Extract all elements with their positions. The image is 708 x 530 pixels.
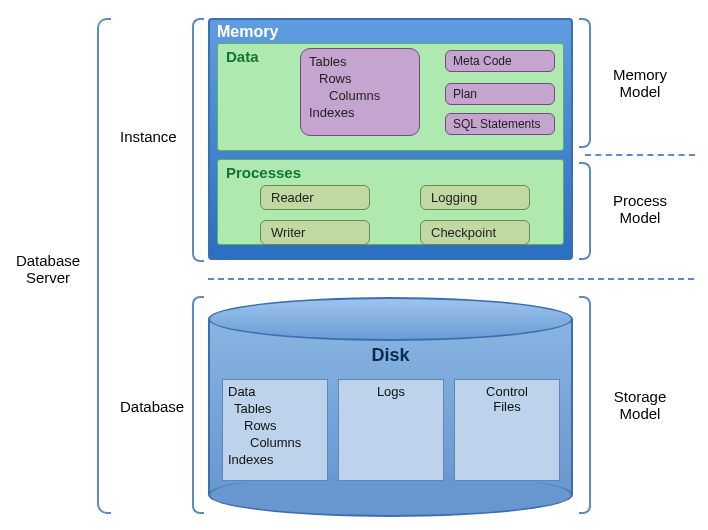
label-memory-model: Memory Model bbox=[600, 66, 680, 100]
tables-l3: Columns bbox=[309, 88, 411, 105]
tables-box: Tables Rows Columns Indexes bbox=[300, 48, 420, 136]
writer-box: Writer bbox=[260, 220, 370, 245]
label-database: Database bbox=[120, 398, 184, 415]
disk-data-l2: Tables bbox=[228, 401, 322, 418]
disk-data-l5: Indexes bbox=[228, 452, 322, 469]
memory-title: Memory bbox=[217, 23, 564, 41]
meta-code-box: Meta Code bbox=[445, 50, 555, 72]
logging-box: Logging bbox=[420, 185, 530, 210]
bracket-database bbox=[192, 296, 204, 514]
processes-title: Processes bbox=[226, 164, 555, 181]
disk-control-panel: Control Files bbox=[454, 379, 560, 481]
disk-title: Disk bbox=[208, 345, 573, 366]
disk-data-l4: Columns bbox=[228, 435, 322, 452]
bracket-storage-model bbox=[579, 296, 591, 514]
disk-top bbox=[208, 297, 573, 341]
disk-logs-panel: Logs bbox=[338, 379, 444, 481]
bracket-server bbox=[97, 18, 111, 514]
disk-block: Disk Data Tables Rows Columns Indexes Lo… bbox=[208, 297, 573, 513]
bracket-memory-model bbox=[579, 18, 591, 148]
label-instance: Instance bbox=[120, 128, 177, 145]
dash-sep-1 bbox=[585, 154, 695, 156]
plan-box: Plan bbox=[445, 83, 555, 105]
reader-box: Reader bbox=[260, 185, 370, 210]
label-process-model: Process Model bbox=[600, 192, 680, 226]
dash-sep-2 bbox=[208, 278, 694, 280]
bracket-process-model bbox=[579, 162, 591, 260]
sql-box: SQL Statements bbox=[445, 113, 555, 135]
tables-l2: Rows bbox=[309, 71, 411, 88]
disk-data-panel: Data Tables Rows Columns Indexes bbox=[222, 379, 328, 481]
label-storage-model: Storage Model bbox=[600, 388, 680, 422]
disk-data-l3: Rows bbox=[228, 418, 322, 435]
tables-l4: Indexes bbox=[309, 105, 411, 122]
label-database-server: Database Server bbox=[8, 252, 88, 286]
tables-l1: Tables bbox=[309, 54, 411, 71]
checkpoint-box: Checkpoint bbox=[420, 220, 530, 245]
disk-data-l1: Data bbox=[228, 384, 322, 401]
bracket-instance bbox=[192, 18, 204, 262]
